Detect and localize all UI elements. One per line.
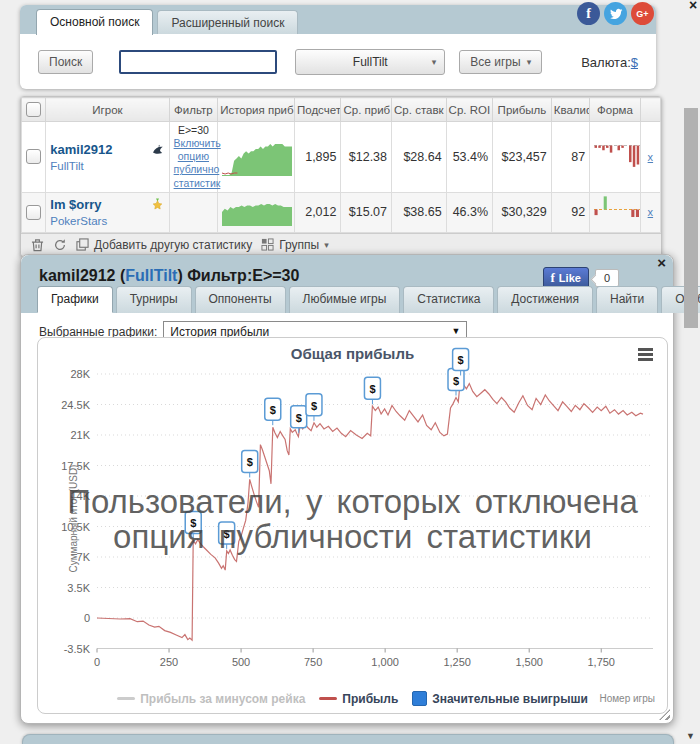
svg-text:$: $ <box>270 404 276 416</box>
profit-chart: Общая прибыль Суммарный итог (USD) 28K24… <box>37 337 668 714</box>
tab-graphs[interactable]: Графики <box>37 286 113 313</box>
player-detail-panel: kamil2912 (FullTilt) Фильтр:E>=30 fLike … <box>20 254 674 724</box>
profit-history-sparkline <box>222 133 292 177</box>
col-avg-profit[interactable]: Ср. приб <box>341 98 392 122</box>
avg-stake-cell: $38.65 <box>392 192 447 232</box>
svg-text:$: $ <box>190 517 196 529</box>
table-header-row: Игрок Фильтр История приб Подсчет Ср. пр… <box>22 98 661 122</box>
tab-statistics[interactable]: Статистика <box>403 286 494 313</box>
row-checkbox[interactable] <box>26 205 41 220</box>
red-dash-icon <box>319 697 337 700</box>
remove-row-link[interactable]: x <box>648 151 654 163</box>
chevron-down-icon: ▾ <box>527 57 532 67</box>
facebook-icon[interactable]: f <box>577 2 600 25</box>
svg-text:$: $ <box>369 383 375 395</box>
twitter-bird-icon <box>609 7 623 21</box>
chart-y-axis-label: Суммарный итог (USD) <box>68 454 79 584</box>
col-avg-roi[interactable]: Ср. ROI <box>446 98 493 122</box>
detail-network-link[interactable]: FullTilt <box>125 267 177 284</box>
avg-stake-cell: $28.64 <box>392 122 447 193</box>
tab-find[interactable]: Найти <box>596 286 658 313</box>
groups-icon <box>261 238 274 251</box>
tab-achievements[interactable]: Достижения <box>497 286 593 313</box>
col-profit[interactable]: Прибыль <box>493 98 552 122</box>
results-table-panel: Игрок Фильтр История приб Подсчет Ср. пр… <box>20 96 662 257</box>
svg-text:7K: 7K <box>77 551 91 563</box>
avg-profit-cell: $15.07 <box>341 192 392 232</box>
search-panel: Основной поиск Расширенный поиск Поиск F… <box>20 5 656 89</box>
groups-button[interactable]: Группы <box>279 238 319 252</box>
col-filter[interactable]: Фильтр <box>169 98 218 122</box>
qualif-cell: 92 <box>551 192 589 232</box>
tab-opponents[interactable]: Оппоненты <box>195 286 286 313</box>
col-avg-stake[interactable]: Ср. ставк <box>392 98 447 122</box>
svg-text:21K: 21K <box>70 429 90 441</box>
googleplus-icon[interactable]: G+ <box>631 2 654 25</box>
tab-favorite-games[interactable]: Любимые игры <box>289 286 401 313</box>
table-toolbar: Добавить другую статистику Группы ▾ <box>21 233 661 256</box>
avg-roi-cell: 46.3% <box>446 192 493 232</box>
trash-icon[interactable] <box>31 238 44 252</box>
row-checkbox[interactable] <box>26 149 41 164</box>
tab-main-search[interactable]: Основной поиск <box>36 9 153 35</box>
chart-legend: Прибыль за минусом рейка Прибыль Значите… <box>38 691 667 706</box>
player-network: PokerStars <box>50 215 164 227</box>
facebook-icon: f <box>551 270 555 286</box>
chevron-down-icon: ▼ <box>451 326 460 336</box>
svg-text:1,250: 1,250 <box>443 656 471 668</box>
refresh-icon[interactable] <box>53 238 67 252</box>
svg-text:$: $ <box>311 400 317 412</box>
player-name-link[interactable]: kamil2912 <box>50 142 112 157</box>
col-form[interactable]: Форма <box>590 98 641 122</box>
chart-menu-icon[interactable] <box>638 348 653 363</box>
select-all-checkbox[interactable] <box>26 102 41 117</box>
search-row: Поиск FullTilt ▾ Все игры ▾ Валюта:$ <box>20 34 656 75</box>
search-input[interactable] <box>119 50 277 74</box>
table-row: Im $orry PokerStars 2,012 $15.07 $38.65 … <box>22 192 661 232</box>
window-close-icon[interactable]: × <box>689 0 697 13</box>
tab-advanced-search[interactable]: Расширенный поиск <box>157 10 298 34</box>
legend-significant-wins[interactable]: Значительные выигрыши <box>412 691 588 706</box>
col-qualif[interactable]: Квалиф <box>551 98 589 122</box>
close-icon[interactable]: × <box>657 254 666 271</box>
add-statistic-icon <box>76 238 89 251</box>
svg-text:$: $ <box>296 412 302 424</box>
search-button[interactable]: Поиск <box>38 50 93 74</box>
col-count[interactable]: Подсчет <box>294 98 341 122</box>
svg-text:$: $ <box>247 456 253 468</box>
detail-title: kamil2912 (FullTilt) Фильтр:E>=30 <box>39 267 299 285</box>
player-name-link[interactable]: Im $orry <box>50 197 101 212</box>
svg-text:1,500: 1,500 <box>515 656 543 668</box>
tab-tournaments[interactable]: Турниры <box>116 286 192 313</box>
avg-roi-cell: 53.4% <box>446 122 493 193</box>
network-select[interactable]: FullTilt ▾ <box>295 49 445 75</box>
legend-profit[interactable]: Прибыль <box>319 691 398 706</box>
form-sparkline <box>594 136 640 174</box>
svg-text:-3.5K: -3.5K <box>64 643 91 655</box>
like-count: 0 <box>595 269 619 287</box>
form-sparkline <box>594 196 640 226</box>
enable-public-stats-link[interactable]: Включить опцию публично статистик <box>174 137 214 190</box>
scroll-down-icon[interactable]: ▼ <box>686 731 695 741</box>
games-filter-button[interactable]: Все игры ▾ <box>459 50 542 74</box>
page: f G+ Основной поиск Расширенный поиск По… <box>0 0 700 744</box>
chevron-down-icon: ▾ <box>324 240 329 250</box>
profit-cell: $23,457 <box>493 122 552 193</box>
chevron-down-icon: ▾ <box>432 57 437 67</box>
player-network: FullTilt <box>50 160 164 172</box>
col-player[interactable]: Игрок <box>46 98 169 122</box>
scrollbar-thumb[interactable] <box>684 108 698 328</box>
svg-text:$: $ <box>224 528 230 540</box>
legend-profit-minus-rake[interactable]: Прибыль за минусом рейка <box>117 691 305 706</box>
svg-text:1,000: 1,000 <box>371 656 399 668</box>
profit-history-sparkline <box>222 195 292 227</box>
svg-text:24.5K: 24.5K <box>61 399 90 411</box>
qualif-cell: 87 <box>551 122 589 193</box>
currency-link[interactable]: $ <box>631 55 638 70</box>
add-statistic-button[interactable]: Добавить другую статистику <box>94 238 252 252</box>
col-history[interactable]: История приб <box>218 98 295 122</box>
twitter-icon[interactable] <box>604 2 627 25</box>
remove-row-link[interactable]: x <box>648 206 654 218</box>
svg-text:0: 0 <box>84 612 90 624</box>
detail-header: kamil2912 (FullTilt) Фильтр:E>=30 fLike … <box>21 255 673 313</box>
